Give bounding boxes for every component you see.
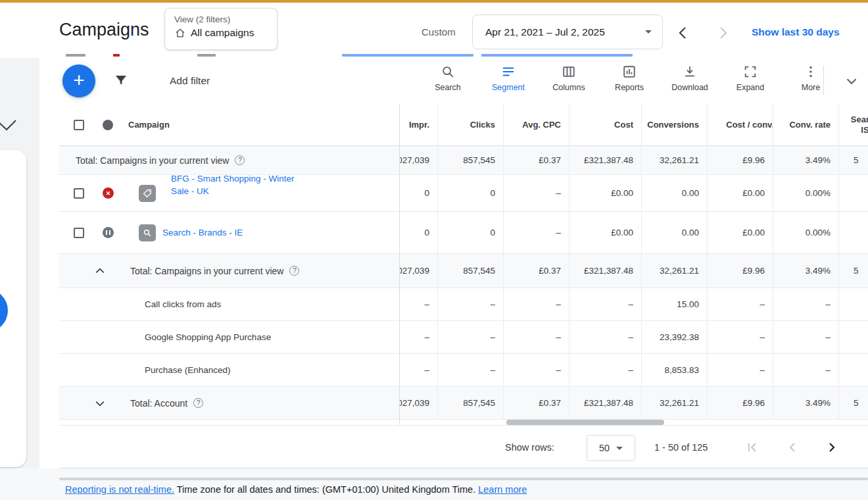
search-icon (441, 64, 455, 79)
cell-impr: – (399, 321, 437, 353)
panel-blue-circle-button[interactable] (0, 289, 8, 332)
cell-search-is: 5 (838, 254, 868, 288)
cell-cost: £0.00 (569, 175, 641, 211)
page-title: Campaigns (59, 20, 149, 40)
column-header-search-is[interactable]: Search IS (838, 104, 868, 145)
cell-conv-rate: 0.00% (773, 175, 838, 211)
segment-icon (501, 64, 516, 79)
cell-search-is: 5 (838, 387, 868, 419)
segment-row-purchase-enhanced: Purchase (Enhanced) – – – – 8,853.83 – – (59, 354, 868, 387)
column-header-campaign[interactable]: Campaign (128, 120, 170, 130)
shopping-campaign-icon (139, 185, 156, 202)
cell-impr: 0 (399, 175, 437, 211)
help-icon[interactable] (235, 155, 245, 165)
cell-impr: 0 (399, 212, 437, 253)
nav-flyout-panel[interactable] (0, 150, 26, 467)
date-mode-label: Custom (422, 26, 456, 38)
column-header-cost[interactable]: Cost (569, 104, 641, 145)
show-last-30-days-link[interactable]: Show last 30 days (752, 26, 840, 38)
total-row-account: Total: Account 027,039 857,545 £0.37 £32… (59, 387, 868, 420)
next-page-button[interactable] (825, 440, 839, 455)
learn-more-link[interactable]: Learn more (478, 484, 527, 495)
reporting-not-realtime-link[interactable]: Reporting is not real-time. (65, 484, 174, 495)
expand-button[interactable]: Expand (720, 64, 781, 92)
filter-funnel-icon[interactable] (113, 72, 129, 88)
more-button[interactable]: More (781, 64, 841, 92)
download-button[interactable]: Download (660, 64, 720, 92)
first-page-button[interactable] (746, 440, 760, 455)
date-next-button[interactable] (715, 25, 730, 41)
columns-button[interactable]: Columns (539, 64, 599, 92)
segment-button[interactable]: Segment (478, 64, 539, 92)
campaigns-table-card: Add filter Search S (39, 58, 868, 468)
cell-conv-rate: – (773, 288, 838, 320)
clipped-fragment (197, 54, 216, 57)
cell-clicks: 857,545 (437, 254, 503, 288)
cell-impr: – (399, 354, 437, 386)
rows-per-page-select[interactable]: 50 (587, 435, 635, 461)
column-header-clicks[interactable]: Clicks (437, 104, 503, 145)
cell-conversions: 15.00 (641, 288, 707, 320)
campaign-row-bfg-smart-shopping: BFG - Smart Shopping - Winter Sale - UK … (59, 175, 868, 212)
toolbar-divider (823, 66, 824, 95)
page-header: Campaigns View (2 filters) All campaigns… (0, 3, 868, 58)
help-icon[interactable] (193, 398, 203, 408)
column-header-conversions[interactable]: Conversions (641, 104, 707, 145)
reports-icon (622, 64, 637, 79)
expand-icon (743, 64, 758, 79)
page-scrollbar-thumb[interactable] (59, 478, 868, 480)
cell-conv-rate: – (773, 321, 838, 353)
segment-label: Purchase (Enhanced) (145, 365, 231, 375)
table-header-row: Campaign Impr. Clicks Avg. CPC Cost Conv… (59, 104, 868, 146)
search-button[interactable]: Search (418, 64, 478, 92)
clipped-fragment (342, 54, 473, 57)
column-header-impr[interactable]: Impr. (399, 104, 437, 145)
cell-cost: – (569, 321, 641, 353)
help-icon[interactable] (289, 266, 299, 276)
cell-conversions: 0.00 (641, 175, 707, 211)
google-ads-campaigns-page: Campaigns View (2 filters) All campaigns… (0, 0, 868, 500)
cell-avg-cpc: £0.37 (503, 146, 569, 174)
date-prev-button[interactable] (676, 25, 690, 41)
campaign-link[interactable]: BFG - Smart Shopping - Winter Sale - UK (171, 175, 314, 197)
cell-conv-rate: 3.49% (773, 254, 838, 288)
campaign-link[interactable]: Search - Brands - IE (162, 228, 243, 238)
select-all-checkbox[interactable] (74, 120, 84, 130)
reports-button[interactable]: Reports (599, 64, 660, 92)
view-selector-chip[interactable]: View (2 filters) All campaigns (164, 8, 277, 50)
row-checkbox[interactable] (74, 188, 84, 199)
status-paused-icon (103, 227, 114, 238)
total-row-label: Total: Account (130, 398, 187, 409)
horizontal-scrollbar-thumb[interactable] (506, 420, 664, 425)
column-header-avg-cpc[interactable]: Avg. CPC (503, 104, 569, 145)
date-range-picker[interactable]: Apr 21, 2021 – Jul 2, 2025 (472, 14, 663, 49)
cell-clicks: – (437, 354, 503, 386)
cell-search-is: 5 (838, 146, 868, 174)
expand-account-icon[interactable] (94, 397, 106, 409)
collapse-table-icon[interactable] (843, 72, 860, 89)
collapse-segments-icon[interactable] (94, 265, 106, 277)
add-filter-button[interactable]: Add filter (170, 75, 210, 87)
cell-conv-rate: 3.49% (773, 146, 838, 174)
cell-cost: – (569, 288, 641, 320)
rail-chevron-icon[interactable] (0, 116, 17, 133)
row-checkbox[interactable] (74, 228, 84, 238)
cell-avg-cpc: – (503, 354, 569, 386)
cell-search-is (838, 175, 868, 211)
view-filters-count: View (2 filters) (174, 14, 268, 24)
cell-conversions: 32,261.21 (641, 254, 707, 288)
cell-cost: – (569, 354, 641, 386)
new-campaign-button[interactable] (62, 64, 95, 97)
pagination-range-label: 1 - 50 of 125 (654, 442, 708, 453)
previous-page-button[interactable] (785, 440, 800, 455)
column-header-conv-rate[interactable]: Conv. rate (773, 104, 838, 145)
status-column-dot-icon[interactable] (103, 120, 113, 130)
last-page-button[interactable] (864, 440, 868, 455)
rows-per-page-value: 50 (599, 443, 610, 453)
total-row-label: Total: Campaigns in your current view (130, 266, 283, 276)
column-header-cost-per-conv[interactable]: Cost / conv. (707, 104, 773, 145)
cell-cost: £321,387.48 (569, 146, 641, 174)
clipped-row-fragments (39, 53, 868, 58)
cell-cost-per-conv: £0.00 (707, 212, 773, 253)
cell-cost-per-conv: – (707, 321, 773, 353)
